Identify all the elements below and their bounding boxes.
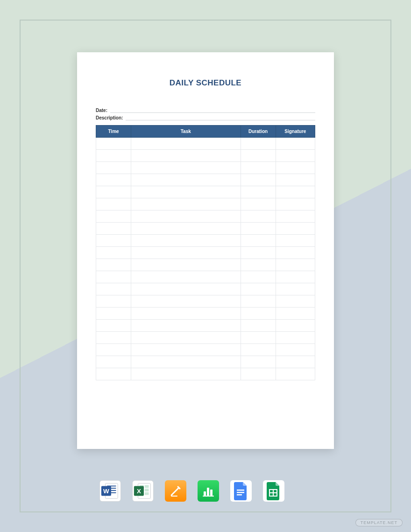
gdocs-icon[interactable]: [230, 480, 252, 502]
table-cell: [276, 198, 315, 210]
table-row: [96, 271, 315, 283]
word-icon[interactable]: W: [99, 480, 121, 502]
excel-icon[interactable]: X: [132, 480, 154, 502]
svg-rect-13: [145, 492, 149, 495]
description-row: Description:: [96, 115, 315, 120]
table-cell: [276, 368, 315, 380]
table-row: [96, 150, 315, 162]
svg-text:X: X: [137, 488, 141, 495]
table-cell: [131, 247, 241, 259]
gsheets-icon[interactable]: [263, 480, 284, 502]
table-row: [96, 295, 315, 308]
schedule-table: Time Task Duration Signature: [96, 125, 315, 380]
description-underline: [126, 115, 315, 120]
table-row: [96, 138, 315, 150]
table-row: [96, 186, 315, 198]
col-header-time: Time: [96, 126, 131, 138]
table-cell: [276, 271, 315, 283]
table-cell: [241, 198, 276, 210]
table-row: [96, 223, 315, 235]
table-cell: [96, 320, 131, 332]
numbers-icon[interactable]: [198, 480, 219, 502]
table-cell: [96, 332, 131, 344]
table-row: [96, 332, 315, 344]
table-cell: [241, 247, 276, 259]
table-cell: [96, 210, 131, 223]
table-row: [96, 344, 315, 356]
table-cell: [241, 150, 276, 162]
table-cell: [241, 344, 276, 356]
table-cell: [276, 247, 315, 259]
background: DAILY SCHEDULE Date: Description: Time T…: [0, 0, 411, 532]
table-cell: [276, 186, 315, 198]
table-cell: [96, 162, 131, 174]
table-row: [96, 320, 315, 332]
table-row: [96, 174, 315, 186]
svg-rect-23: [237, 492, 244, 493]
pages-icon[interactable]: [165, 480, 186, 502]
format-icon-strip: W X: [99, 480, 284, 502]
table-cell: [241, 271, 276, 283]
svg-rect-18: [204, 491, 206, 496]
table-cell: [276, 162, 315, 174]
table-cell: [131, 235, 241, 247]
table-row: [96, 235, 315, 247]
table-cell: [241, 138, 276, 150]
table-cell: [96, 223, 131, 235]
table-cell: [96, 356, 131, 368]
table-cell: [96, 295, 131, 308]
table-cell: [96, 283, 131, 295]
document-page: DAILY SCHEDULE Date: Description: Time T…: [77, 52, 334, 449]
table-cell: [276, 235, 315, 247]
col-header-signature: Signature: [276, 126, 315, 138]
table-cell: [276, 138, 315, 150]
table-row: [96, 162, 315, 174]
table-cell: [131, 344, 241, 356]
table-cell: [276, 295, 315, 308]
table-row: [96, 259, 315, 271]
table-cell: [131, 138, 241, 150]
table-cell: [96, 138, 131, 150]
svg-rect-9: [145, 485, 149, 488]
table-cell: [96, 344, 131, 356]
svg-rect-22: [237, 490, 244, 491]
table-cell: [241, 368, 276, 380]
table-cell: [241, 295, 276, 308]
table-cell: [96, 150, 131, 162]
table-cell: [96, 259, 131, 271]
date-underline: [110, 107, 315, 113]
table-row: [96, 308, 315, 320]
table-cell: [96, 235, 131, 247]
table-cell: [241, 259, 276, 271]
table-cell: [96, 271, 131, 283]
table-cell: [241, 235, 276, 247]
description-label: Description:: [96, 115, 126, 120]
table-header-row: Time Task Duration Signature: [96, 126, 315, 138]
table-cell: [131, 223, 241, 235]
svg-rect-24: [237, 494, 242, 496]
table-cell: [241, 162, 276, 174]
table-cell: [96, 198, 131, 210]
svg-rect-17: [171, 496, 177, 497]
table-cell: [241, 186, 276, 198]
table-cell: [241, 308, 276, 320]
table-cell: [276, 259, 315, 271]
table-cell: [131, 150, 241, 162]
table-cell: [131, 356, 241, 368]
table-cell: [276, 332, 315, 344]
table-cell: [131, 271, 241, 283]
table-cell: [241, 332, 276, 344]
table-cell: [96, 247, 131, 259]
table-cell: [131, 308, 241, 320]
table-cell: [131, 186, 241, 198]
table-cell: [276, 308, 315, 320]
table-cell: [131, 162, 241, 174]
table-cell: [276, 210, 315, 223]
table-cell: [276, 283, 315, 295]
table-cell: [131, 259, 241, 271]
table-cell: [131, 198, 241, 210]
table-cell: [276, 223, 315, 235]
table-cell: [241, 356, 276, 368]
table-cell: [131, 295, 241, 308]
table-cell: [241, 210, 276, 223]
